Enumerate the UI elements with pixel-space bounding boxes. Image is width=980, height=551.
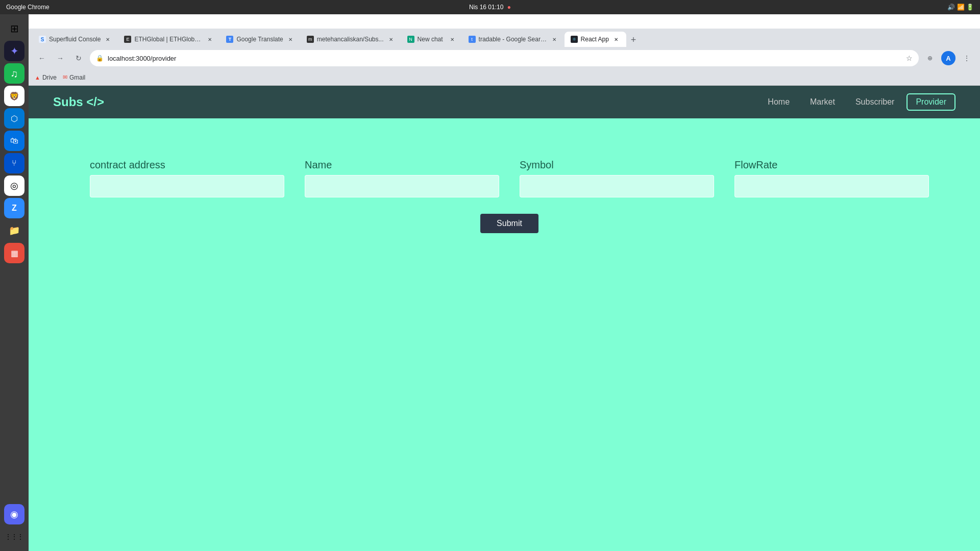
tab-reactapp-title: React App bbox=[581, 36, 609, 43]
sidebar-icon-vscode[interactable]: ⬡ bbox=[4, 108, 24, 129]
tab-reactapp-close[interactable]: ✕ bbox=[612, 35, 620, 43]
flowrate-label: FlowRate bbox=[734, 159, 929, 171]
tab-translate-close[interactable]: ✕ bbox=[286, 35, 295, 43]
sidebar-icon-chrome[interactable]: ◎ bbox=[4, 176, 24, 196]
sidebar-icon-activities[interactable]: ⊞ bbox=[4, 18, 24, 39]
address-bar-row: ← → ↻ 🔒 localhost:3000/provider ☆ ⊕ A ⋮ bbox=[29, 47, 980, 69]
menu-button[interactable]: ⋮ bbox=[960, 51, 974, 65]
reload-button[interactable]: ↻ bbox=[71, 51, 86, 65]
os-indicator: ● bbox=[507, 4, 511, 11]
tab-ethglobal-favicon: E bbox=[124, 36, 131, 43]
os-bar-left: Google Chrome bbox=[6, 4, 50, 11]
tab-tradable[interactable]: t tradable - Google Search ✕ bbox=[462, 32, 565, 47]
sidebar-icon-grid[interactable]: ⋮⋮⋮ bbox=[4, 527, 24, 547]
sidebar-icon-sourcetree[interactable]: ⑂ bbox=[4, 153, 24, 173]
os-bar-right: 🔊 📶 🔋 bbox=[947, 4, 974, 11]
bookmark-drive[interactable]: ▲ Drive bbox=[35, 74, 57, 81]
tab-translate[interactable]: T Google Translate ✕ bbox=[220, 32, 300, 47]
contract-address-label: contract address bbox=[90, 159, 284, 171]
form-fields: contract address Name Symbol FlowRate bbox=[90, 159, 929, 197]
activities-label[interactable]: Google Chrome bbox=[6, 4, 50, 11]
app-logo: Subs </> bbox=[53, 95, 104, 109]
symbol-input[interactable] bbox=[520, 175, 714, 197]
tab-ethglobal-title: ETHGlobal | ETHGlobal... bbox=[134, 36, 203, 43]
address-bar[interactable]: 🔒 localhost:3000/provider ☆ bbox=[90, 50, 919, 66]
tab-meteh[interactable]: m metehancaliskan/Subs... ✕ bbox=[301, 32, 401, 47]
gmail-favicon: ✉ bbox=[63, 74, 67, 81]
sidebar-icon-layers[interactable]: ▦ bbox=[4, 243, 24, 263]
profile-button[interactable]: A bbox=[941, 51, 955, 65]
sidebar: ⊞ ✦ ♫ 🦁 ⬡ 🛍 ⑂ ◎ Z 📁 ▦ ◉ ⋮⋮⋮ bbox=[0, 14, 29, 551]
forward-button[interactable]: → bbox=[53, 51, 67, 65]
tab-meteh-favicon: m bbox=[307, 36, 314, 43]
extensions-button[interactable]: ⊕ bbox=[923, 51, 937, 65]
name-label: Name bbox=[305, 159, 499, 171]
tab-newchat-close[interactable]: ✕ bbox=[448, 35, 456, 43]
drive-label: Drive bbox=[42, 74, 57, 81]
tab-newchat-favicon: N bbox=[407, 36, 414, 43]
os-time: Nis 16 01:10 bbox=[469, 4, 503, 11]
form-group-name: Name bbox=[305, 159, 499, 197]
sidebar-icon-files[interactable]: 📁 bbox=[4, 220, 24, 241]
os-bar: Google Chrome Nis 16 01:10 ● 🔊 📶 🔋 bbox=[0, 0, 980, 14]
nav-link-provider[interactable]: Provider bbox=[906, 93, 955, 111]
app-page: Subs </> Home Market Subscriber Provider… bbox=[29, 86, 980, 551]
sidebar-icon-discord[interactable]: ◉ bbox=[4, 504, 24, 524]
app-nav-links: Home Market Subscriber Provider bbox=[760, 93, 955, 111]
back-button[interactable]: ← bbox=[35, 51, 49, 65]
name-input[interactable] bbox=[305, 175, 499, 197]
tab-bar: S Superfluid Console ✕ E ETHGlobal | ETH… bbox=[29, 29, 980, 47]
gmail-label: Gmail bbox=[69, 74, 85, 81]
tab-newchat[interactable]: N New chat ✕ bbox=[401, 32, 462, 47]
drive-favicon: ▲ bbox=[35, 74, 40, 81]
tab-superfluid-favicon: S bbox=[39, 36, 46, 43]
address-lock-icon: 🔒 bbox=[96, 55, 104, 62]
address-text: localhost:3000/provider bbox=[108, 55, 902, 62]
tab-tradable-title: tradable - Google Search bbox=[479, 36, 547, 43]
flowrate-input[interactable] bbox=[734, 175, 929, 197]
tab-ethglobal-close[interactable]: ✕ bbox=[206, 35, 214, 43]
form-group-symbol: Symbol bbox=[520, 159, 714, 197]
bookmarks-bar: ▲ Drive ✉ Gmail bbox=[29, 69, 980, 86]
tab-meteh-close[interactable]: ✕ bbox=[387, 35, 395, 43]
sidebar-icon-spotify[interactable]: ♫ bbox=[4, 63, 24, 84]
tab-superfluid-title: Superfluid Console bbox=[49, 36, 101, 43]
address-star-icon[interactable]: ☆ bbox=[906, 54, 913, 62]
app-navbar: Subs </> Home Market Subscriber Provider bbox=[29, 86, 980, 118]
bookmark-gmail[interactable]: ✉ Gmail bbox=[63, 74, 85, 81]
browser-chrome: S Superfluid Console ✕ E ETHGlobal | ETH… bbox=[29, 29, 980, 86]
contract-address-input[interactable] bbox=[90, 175, 284, 197]
provider-form-area: contract address Name Symbol FlowRate Su… bbox=[29, 118, 980, 254]
logo-code: </> bbox=[86, 95, 104, 109]
nav-link-home[interactable]: Home bbox=[760, 94, 798, 110]
form-submit-row: Submit bbox=[90, 214, 929, 233]
logo-text: Subs bbox=[53, 95, 86, 109]
tab-reactapp[interactable]: ⚛ React App ✕ bbox=[565, 32, 626, 47]
new-tab-button[interactable]: + bbox=[626, 33, 641, 47]
nav-link-subscriber[interactable]: Subscriber bbox=[847, 94, 902, 110]
tab-tradable-close[interactable]: ✕ bbox=[550, 35, 558, 43]
tab-tradable-favicon: t bbox=[469, 36, 476, 43]
sidebar-icon-zoom[interactable]: Z bbox=[4, 198, 24, 218]
sidebar-icon-store[interactable]: 🛍 bbox=[4, 131, 24, 151]
form-group-contract-address: contract address bbox=[90, 159, 284, 197]
tab-superfluid-close[interactable]: ✕ bbox=[104, 35, 112, 43]
tab-ethglobal[interactable]: E ETHGlobal | ETHGlobal... ✕ bbox=[118, 32, 220, 47]
tab-translate-title: Google Translate bbox=[236, 36, 283, 43]
tab-translate-favicon: T bbox=[226, 36, 233, 43]
browser-frame: S Superfluid Console ✕ E ETHGlobal | ETH… bbox=[29, 29, 980, 551]
form-group-flowrate: FlowRate bbox=[734, 159, 929, 197]
tab-newchat-title: New chat bbox=[418, 36, 445, 43]
tab-reactapp-favicon: ⚛ bbox=[571, 36, 578, 43]
sidebar-icon-brave[interactable]: 🦁 bbox=[4, 86, 24, 106]
tab-superfluid[interactable]: S Superfluid Console ✕ bbox=[33, 32, 118, 47]
submit-button[interactable]: Submit bbox=[480, 214, 538, 233]
tab-meteh-title: metehancaliskan/Subs... bbox=[317, 36, 384, 43]
os-bar-center: Nis 16 01:10 ● bbox=[469, 4, 511, 11]
systray-icons: 🔊 📶 🔋 bbox=[947, 4, 974, 11]
sidebar-icon-ai[interactable]: ✦ bbox=[4, 41, 24, 61]
nav-link-market[interactable]: Market bbox=[802, 94, 843, 110]
symbol-label: Symbol bbox=[520, 159, 714, 171]
